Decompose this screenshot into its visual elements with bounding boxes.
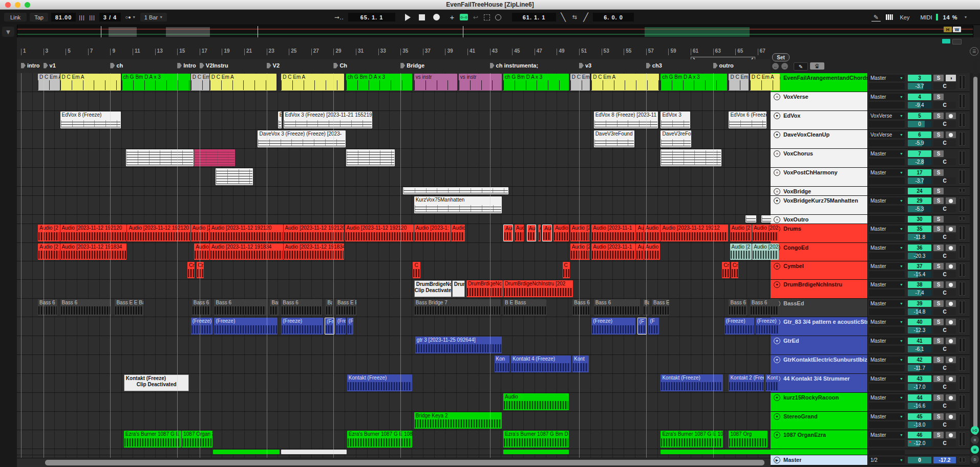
arm-button[interactable] xyxy=(946,357,956,363)
clip[interactable]: B E Bass xyxy=(503,299,546,316)
locator-v1[interactable]: v1 xyxy=(44,62,56,69)
arm-button[interactable] xyxy=(946,394,956,401)
clip[interactable]: Bass E E Bass xyxy=(336,299,356,316)
clip[interactable]: Kontakt 4 (Freeze) xyxy=(511,355,571,372)
input-box[interactable] xyxy=(869,290,905,296)
clip[interactable]: KurzVox75Manhatten xyxy=(414,196,502,213)
play-button[interactable] xyxy=(402,13,413,21)
clip[interactable]: D C Em A xyxy=(38,74,60,91)
clip[interactable]: DaveV3reFound xyxy=(594,130,635,147)
solo-button[interactable]: S xyxy=(933,413,944,420)
clip[interactable]: (Fre xyxy=(336,318,346,335)
solo-button[interactable]: S xyxy=(933,75,944,81)
track-name[interactable]: kurz15RockyRacoon xyxy=(783,394,839,401)
clip[interactable]: Bass 6 xyxy=(729,299,747,316)
clip[interactable]: Bass 6 xyxy=(60,299,111,316)
clip[interactable] xyxy=(403,187,508,194)
computer-midi-keyboard-icon[interactable] xyxy=(884,13,894,21)
clip[interactable] xyxy=(745,215,756,223)
clip[interactable]: Bass 6 xyxy=(572,299,590,316)
solo-button[interactable]: S xyxy=(933,169,944,176)
volume-slider[interactable]: -9.4 xyxy=(908,102,931,108)
track-fold-icon[interactable]: ▼ xyxy=(774,338,780,344)
pan-knob[interactable]: C xyxy=(933,384,956,390)
clip[interactable]: ch G Bm D A x 3 xyxy=(503,74,569,91)
punch-in-icon[interactable]: ╲ xyxy=(559,13,567,21)
solo-button[interactable]: S xyxy=(933,432,944,438)
clip[interactable]: Bass 6 xyxy=(38,299,57,316)
track-header-17[interactable]: ▼GtrKontaktElectricSunburstIbizaMaster▼4… xyxy=(771,355,970,374)
clip[interactable]: EdVox 3 xyxy=(661,112,690,128)
clip[interactable]: Cr xyxy=(731,262,738,278)
input-box[interactable] xyxy=(869,421,905,428)
clip[interactable]: Kontakt (Freeze)Clip Deactivated xyxy=(124,374,189,391)
clip[interactable]: DrumBrdigeNc xyxy=(466,280,503,297)
key-map-button[interactable]: Key xyxy=(896,13,913,21)
solo-button[interactable]: S xyxy=(933,113,944,119)
clip[interactable]: Kontakt 2 (Freez xyxy=(729,374,764,391)
input-box[interactable] xyxy=(869,140,905,146)
lane-4[interactable]: DaveVox 3 (Freeze) (Freeze) [2023-DaveV3… xyxy=(17,130,771,149)
track-name-cell[interactable]: ≡VoxPostChHarmony xyxy=(771,168,868,186)
track-name-cell[interactable]: ▼44 Kontakt 3/4 Strummer xyxy=(771,374,868,392)
track-number-box[interactable]: 39 xyxy=(908,300,931,307)
cpu-caret-icon[interactable]: ▼ xyxy=(963,13,969,21)
clip[interactable]: (Freeze) xyxy=(725,318,754,335)
input-box[interactable] xyxy=(869,121,905,127)
lane-20[interactable]: Bridge Keya 2 xyxy=(17,412,771,430)
input-box[interactable] xyxy=(869,327,905,333)
clip[interactable]: Audio xyxy=(503,393,569,410)
stop-button[interactable] xyxy=(417,13,427,21)
volume-slider[interactable]: -15.4 xyxy=(908,271,931,278)
track-fold-icon[interactable]: ▼ xyxy=(774,197,780,204)
clip[interactable]: gtr 3 [2023-11-25 092644] xyxy=(415,337,502,353)
locator-ch[interactable]: ch xyxy=(110,62,123,69)
vertical-scrollbar[interactable] xyxy=(973,59,978,457)
clip[interactable]: Aud xyxy=(527,225,537,241)
solo-button[interactable]: S xyxy=(933,216,944,223)
input-box[interactable] xyxy=(869,102,905,108)
overdub-plus-icon[interactable]: + xyxy=(448,13,457,21)
track-number-box[interactable]: 17 xyxy=(908,169,931,176)
volume-slider[interactable]: -11.7 xyxy=(908,365,931,371)
track-name[interactable]: VoxOutro xyxy=(783,216,808,223)
clip[interactable] xyxy=(216,168,253,185)
track-header-12[interactable]: ▼CymbelMaster▼37S-15.4C xyxy=(771,261,970,280)
track-header-20[interactable]: ▼StereoGrandMaster▼45S-18.0C xyxy=(771,412,970,430)
output-routing-dropdown[interactable]: Master▼ xyxy=(869,375,905,382)
input-box[interactable] xyxy=(869,346,905,352)
pan-knob[interactable]: C xyxy=(933,346,956,352)
arrangement-overview[interactable] xyxy=(17,26,973,38)
track-header-7[interactable]: ≡VoxBridge24S xyxy=(771,187,970,196)
track-number-box[interactable]: 3 xyxy=(908,75,931,81)
track-name[interactable]: DrumBrdigeNchInstru xyxy=(783,281,842,287)
clip[interactable]: Audio [2023-11-1 xyxy=(591,225,635,241)
volume-slider[interactable]: -11.8 xyxy=(908,234,931,240)
track-name[interactable]: Master xyxy=(783,457,801,463)
lane-13[interactable]: DrumBrdigeNcClip DeactivatedDrumDrumBrdi… xyxy=(17,280,771,299)
locator-bridge[interactable]: Bridge xyxy=(400,62,424,69)
clip[interactable]: Audio [2023-11-12 192120 xyxy=(345,225,414,241)
track-name[interactable]: VoxChorus xyxy=(783,150,813,157)
locator-v2instru[interactable]: V2Instru xyxy=(200,62,228,69)
track-header-9[interactable]: ≡VoxOutro30S xyxy=(771,215,970,224)
pan-knob[interactable]: C xyxy=(933,83,956,90)
output-routing-dropdown[interactable]: VoxVerse▼ xyxy=(869,113,905,119)
input-box[interactable] xyxy=(869,159,905,165)
clip[interactable]: Bass Bridge 7 xyxy=(414,299,501,316)
returns-section-toggle[interactable]: R xyxy=(971,436,979,444)
track-number-box[interactable]: 46 xyxy=(908,432,931,438)
track-name-cell[interactable]: ≡VoxBridge xyxy=(771,187,868,195)
track-header-10[interactable]: ▼DrumsMaster▼35S-11.8C xyxy=(771,224,970,243)
output-routing-dropdown[interactable]: Master▼ xyxy=(869,226,905,232)
group-fold-icon[interactable]: ≡ xyxy=(774,188,780,195)
clip[interactable]: vs instr xyxy=(414,74,457,91)
prev-locator-icon[interactable]: ← xyxy=(772,63,779,70)
pan-knob[interactable]: C xyxy=(933,327,956,333)
arm-button[interactable] xyxy=(946,375,956,382)
record-button[interactable] xyxy=(431,13,441,21)
track-header-5[interactable]: ≡VoxChorusMaster▼7S-2.8C xyxy=(771,149,970,168)
track-name[interactable]: StereoGrand xyxy=(783,413,818,419)
solo-button[interactable]: S xyxy=(933,150,944,157)
clip[interactable]: Audio [2023-1 xyxy=(752,225,778,241)
